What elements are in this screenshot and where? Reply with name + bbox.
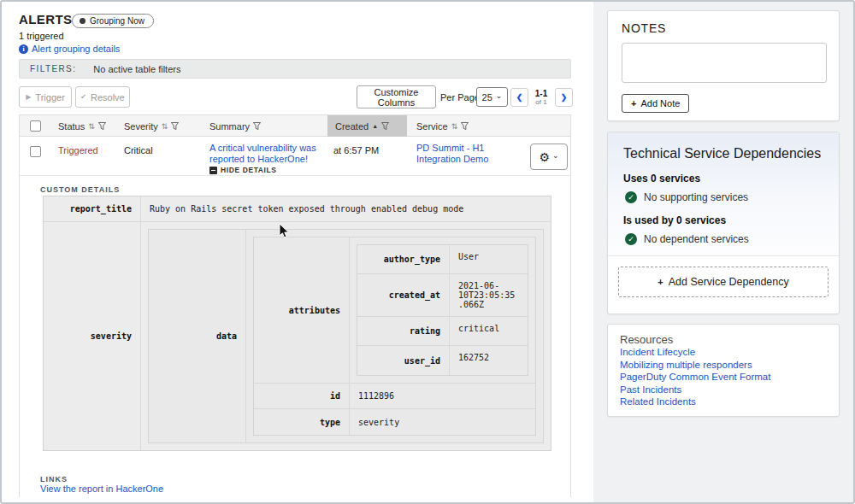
sort-icon: ⇅ — [162, 122, 168, 131]
column-header-service[interactable]: Service ⇅ — [416, 115, 469, 137]
select-all-checkbox[interactable] — [30, 120, 41, 132]
used-by-services-status: ✓ No dependent services — [625, 233, 823, 245]
resource-link-common-event-format[interactable]: PagerDuty Common Event Format — [620, 371, 827, 384]
chevron-down-icon: ⌄ — [496, 91, 503, 100]
add-note-button[interactable]: + Add Note — [622, 94, 689, 113]
grouping-now-badge[interactable]: Grouping Now — [72, 14, 154, 28]
detail-key: report_title — [44, 196, 141, 221]
custom-details-label: CUSTOM DETAILS — [40, 185, 120, 194]
page-title: ALERTS — [19, 12, 72, 26]
alert-service-link[interactable]: PD Summit - H1 Integration Demo — [416, 143, 519, 165]
add-note-label: Add Note — [640, 98, 680, 108]
filter-icon[interactable] — [171, 122, 179, 130]
grouping-badge-label: Grouping Now — [90, 16, 144, 26]
hide-details-label: HIDE DETAILS — [221, 166, 277, 174]
check-circle-icon: ✓ — [625, 191, 637, 203]
customize-columns-label: Customize Columns — [363, 87, 430, 108]
table-header-row: Status ⇅ Severity ⇅ Summary Created ▲ Se… — [20, 115, 570, 137]
add-service-dependency-button[interactable]: + Add Service Dependency — [618, 267, 828, 297]
alert-grouping-details-label: Alert grouping details — [32, 44, 120, 54]
filter-icon[interactable] — [253, 122, 261, 130]
filters-status-text: No active table filters — [93, 64, 180, 74]
previous-page-button[interactable]: ❮ — [510, 88, 528, 107]
used-by-services-heading: Is used by 0 services — [623, 214, 823, 226]
alert-severity: Critical — [124, 145, 153, 155]
check-circle-icon: ✓ — [625, 233, 637, 245]
chevron-right-icon: ❯ — [561, 93, 568, 102]
customize-columns-button[interactable]: Customize Columns — [357, 85, 436, 108]
column-header-summary[interactable]: Summary — [209, 115, 261, 137]
detail-row-severity: severity data attributes author_typ — [44, 222, 551, 450]
chevron-down-icon: ⌄ — [552, 151, 559, 160]
row-actions-button[interactable]: ⚙ ⌄ — [530, 144, 568, 170]
triggered-count: 1 triggered — [19, 31, 64, 41]
notes-title: NOTES — [622, 21, 825, 35]
links-label: LINKS — [40, 475, 68, 483]
attribute-value: User — [450, 245, 528, 273]
alert-summary-link[interactable]: A critical vulnerability was reported to… — [209, 143, 334, 165]
plus-icon: + — [631, 98, 636, 108]
status-header-label: Status — [58, 121, 85, 132]
filter-icon[interactable] — [461, 122, 469, 130]
alert-grouping-details-link[interactable]: i Alert grouping details — [19, 44, 120, 54]
info-icon: i — [19, 44, 28, 54]
per-page-value: 25 — [482, 92, 492, 103]
attribute-key: author_type — [357, 245, 450, 273]
created-header-label: Created — [335, 121, 369, 132]
gear-icon: ⚙ — [539, 150, 550, 164]
filter-icon[interactable] — [381, 122, 389, 130]
hackerone-report-link[interactable]: View the report in HackerOne — [40, 483, 163, 494]
attribute-key: created_at — [357, 274, 450, 316]
service-header-label: Service — [416, 121, 448, 132]
next-page-button[interactable]: ❯ — [555, 88, 573, 107]
attribute-value: critical — [450, 317, 528, 345]
detail-row-attributes: attributes author_type User created — [254, 237, 535, 384]
resource-link-related-incidents[interactable]: Related Incidents — [620, 396, 827, 408]
collapse-icon — [209, 167, 217, 174]
hide-details-toggle[interactable]: HIDE DETAILS — [209, 166, 277, 174]
sort-ascending-icon: ▲ — [372, 123, 378, 129]
attribute-row: rating critical — [357, 317, 528, 346]
column-header-severity[interactable]: Severity ⇅ — [124, 115, 179, 137]
uses-status-label: No supporting services — [644, 191, 748, 203]
used-by-status-label: No dependent services — [644, 233, 749, 245]
pagination-indicator: 1-1 of 1 — [530, 89, 552, 106]
check-icon: ✔ — [80, 93, 86, 101]
attribute-key: rating — [357, 317, 450, 345]
detail-row-type: type severity — [254, 409, 535, 435]
resource-link-incident-lifecycle[interactable]: Incident Lifecycle — [620, 346, 827, 359]
service-dependencies-title: Technical Service Dependencies — [623, 146, 823, 161]
note-input[interactable] — [622, 43, 827, 83]
detail-key: attributes — [254, 237, 350, 383]
column-header-created[interactable]: Created ▲ — [327, 115, 407, 137]
column-header-status[interactable]: Status ⇅ — [58, 115, 106, 137]
service-dependencies-panel: Technical Service Dependencies Uses 0 se… — [607, 132, 840, 314]
alert-created-time: at 6:57 PM — [333, 145, 379, 155]
resolve-button[interactable]: ✔ Resolve — [75, 86, 130, 108]
summary-header-label: Summary — [209, 121, 250, 132]
per-page-select[interactable]: 25 ⌄ — [476, 87, 508, 107]
sort-icon: ⇅ — [451, 122, 458, 131]
play-icon: ▶ — [26, 93, 31, 101]
row-checkbox[interactable] — [30, 146, 41, 157]
resource-link-mobilizing-responders[interactable]: Mobilizing multiple responders — [620, 359, 827, 372]
filters-bar: FILTERS: No active table filters — [19, 59, 571, 79]
service-dependencies-summary: Technical Service Dependencies Uses 0 se… — [608, 132, 839, 255]
filters-label: FILTERS: — [30, 64, 76, 73]
detail-row-data: data attributes author_type User — [149, 230, 543, 442]
page-range: 1-1 — [530, 89, 552, 98]
filter-icon[interactable] — [98, 122, 106, 130]
detail-value: Ruby on Rails secret token exposed throu… — [141, 196, 551, 221]
resource-link-past-incidents[interactable]: Past Incidents — [620, 384, 827, 396]
detail-key: type — [254, 409, 350, 435]
page-total: of 1 — [530, 98, 552, 106]
resources-panel: Resources Incident Lifecycle Mobilizing … — [607, 324, 840, 417]
plus-icon: + — [657, 277, 663, 287]
alert-table-row: Triggered Critical A critical vulnerabil… — [20, 137, 570, 176]
detail-key: severity — [44, 222, 141, 450]
custom-details-table: report_title Ruby on Rails secret token … — [43, 196, 551, 451]
notes-panel: NOTES + Add Note — [607, 10, 840, 121]
trigger-button[interactable]: ▶ Trigger — [19, 86, 72, 108]
detail-row-id: id 1112896 — [254, 384, 535, 409]
resolve-button-label: Resolve — [91, 92, 125, 103]
